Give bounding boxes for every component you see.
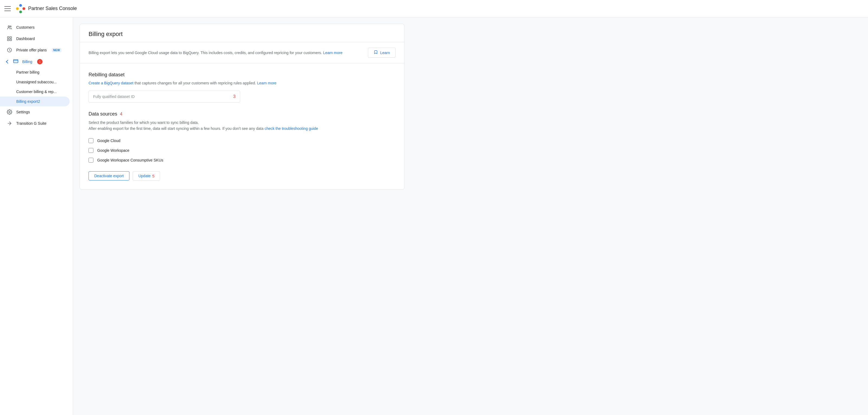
billing-export-card: Billing export Billing export lets you s…: [80, 24, 404, 189]
unassigned-label: Unassigned subaccou...: [16, 80, 57, 84]
customers-icon: [6, 24, 12, 30]
rebilling-description: Create a BigQuery dataset that captures …: [89, 81, 396, 85]
google-cloud-checkbox[interactable]: [89, 138, 93, 143]
customer-billing-label: Customer billing & rep...: [16, 90, 57, 94]
billing-export-label: Billing export: [16, 99, 38, 104]
dataset-badge: 3: [233, 94, 236, 99]
svg-point-2: [23, 7, 25, 10]
ds-desc2: After enabling export for the first time…: [89, 126, 264, 131]
learn-button-label: Learn: [380, 50, 390, 55]
app-title: Partner Sales Console: [28, 6, 77, 11]
action-row: Deactivate export Update 5: [89, 171, 396, 181]
svg-rect-10: [7, 39, 9, 41]
checkbox-group: Google Cloud Google Workspace Google Wor…: [89, 138, 396, 163]
description-text: Billing export lets you send Google Clou…: [89, 50, 362, 55]
private-offer-icon: [6, 47, 12, 53]
data-sources-header: Data sources 4: [89, 111, 396, 117]
topbar: Partner Sales Console: [0, 0, 868, 17]
google-workspace-consumptive-checkbox[interactable]: [89, 158, 93, 163]
card-header: Billing export: [80, 24, 404, 42]
dashboard-icon: [6, 36, 12, 42]
page-title: Billing export: [89, 31, 396, 38]
dataset-input-row: Fully qualified dataset ID 3: [89, 91, 396, 103]
chevron-down-icon: [6, 60, 10, 63]
partner-billing-label: Partner billing: [16, 70, 39, 74]
google-workspace-checkbox[interactable]: [89, 148, 93, 153]
update-badge: 5: [152, 174, 154, 178]
checkbox-google-workspace[interactable]: Google Workspace: [89, 148, 396, 153]
customers-label: Customers: [16, 25, 35, 30]
google-workspace-consumptive-label: Google Workspace Consumptive SKUs: [97, 158, 163, 162]
logo: Partner Sales Console: [15, 3, 77, 14]
svg-point-6: [8, 26, 9, 27]
billing-badge: 1: [37, 59, 42, 64]
google-workspace-label: Google Workspace: [97, 148, 129, 152]
private-offer-plans-label: Private offer plans: [16, 48, 47, 52]
layout: Customers Dashboard Private offer plans …: [0, 17, 868, 415]
checkbox-google-workspace-consumptive[interactable]: Google Workspace Consumptive SKUs: [89, 158, 396, 163]
dataset-input-field[interactable]: Fully qualified dataset ID 3: [89, 91, 240, 103]
learn-button[interactable]: Learn: [368, 47, 396, 58]
description-content: Billing export lets you send Google Clou…: [89, 50, 322, 55]
transition-label: Transition G Suite: [16, 121, 46, 126]
new-badge: NEW: [52, 48, 62, 52]
sidebar: Customers Dashboard Private offer plans …: [0, 17, 73, 415]
description-row: Billing export lets you send Google Clou…: [80, 42, 404, 63]
description-learn-more-link[interactable]: Learn more: [323, 50, 342, 55]
svg-rect-11: [10, 39, 12, 41]
arrow-right-icon: [6, 120, 12, 126]
sidebar-item-settings[interactable]: Settings: [0, 106, 69, 118]
billing-label: Billing: [22, 60, 32, 64]
sidebar-item-customers[interactable]: Customers: [0, 22, 69, 33]
rebilling-title: Rebilling dataset: [89, 72, 396, 78]
dashboard-label: Dashboard: [16, 37, 35, 41]
troubleshooting-link[interactable]: check the troubleshooting guide: [265, 126, 318, 131]
data-sources-title: Data sources: [89, 111, 117, 117]
menu-button[interactable]: [4, 5, 11, 12]
data-sources-badge: 4: [120, 112, 122, 116]
ds-desc1: Select the product families for which yo…: [89, 120, 199, 125]
card-body: Rebilling dataset Create a BigQuery data…: [80, 63, 404, 189]
svg-point-5: [20, 8, 22, 10]
svg-point-3: [19, 10, 22, 13]
svg-rect-8: [7, 37, 9, 38]
rebilling-suffix: that captures changes for all your custo…: [133, 81, 256, 85]
svg-point-15: [9, 111, 10, 113]
learn-bookmark-icon: [374, 50, 378, 55]
svg-point-7: [10, 26, 11, 27]
update-button[interactable]: Update 5: [133, 171, 160, 181]
dataset-placeholder: Fully qualified dataset ID: [93, 95, 231, 99]
sidebar-item-billing-export[interactable]: Billing export 2: [0, 97, 69, 106]
settings-icon: [6, 109, 12, 115]
sidebar-item-transition[interactable]: Transition G Suite: [0, 118, 69, 129]
google-logo-icon: [15, 3, 26, 14]
deactivate-export-button[interactable]: Deactivate export: [89, 171, 129, 180]
sidebar-item-billing[interactable]: Billing 1: [0, 56, 73, 67]
sidebar-item-private-offer-plans[interactable]: Private offer plans NEW: [0, 44, 69, 56]
update-label: Update: [138, 174, 151, 178]
svg-rect-13: [13, 60, 18, 63]
billing-icon: [13, 59, 19, 65]
svg-point-1: [19, 4, 22, 7]
svg-point-4: [16, 7, 19, 10]
google-cloud-label: Google Cloud: [97, 139, 121, 143]
data-sources-description: Select the product families for which yo…: [89, 119, 396, 132]
sidebar-item-customer-billing[interactable]: Customer billing & rep...: [0, 87, 69, 97]
sidebar-item-dashboard[interactable]: Dashboard: [0, 33, 69, 44]
sidebar-item-unassigned[interactable]: Unassigned subaccou...: [0, 77, 69, 87]
sidebar-item-partner-billing[interactable]: Partner billing: [0, 67, 69, 77]
main-content: Billing export Billing export lets you s…: [73, 17, 868, 415]
rebilling-learn-more-link[interactable]: Learn more: [257, 81, 277, 85]
checkbox-google-cloud[interactable]: Google Cloud: [89, 138, 396, 143]
svg-rect-9: [10, 37, 12, 38]
create-bigquery-link[interactable]: Create a BigQuery dataset: [89, 81, 133, 85]
settings-label: Settings: [16, 110, 30, 114]
billing-export-badge: 2: [38, 99, 40, 104]
